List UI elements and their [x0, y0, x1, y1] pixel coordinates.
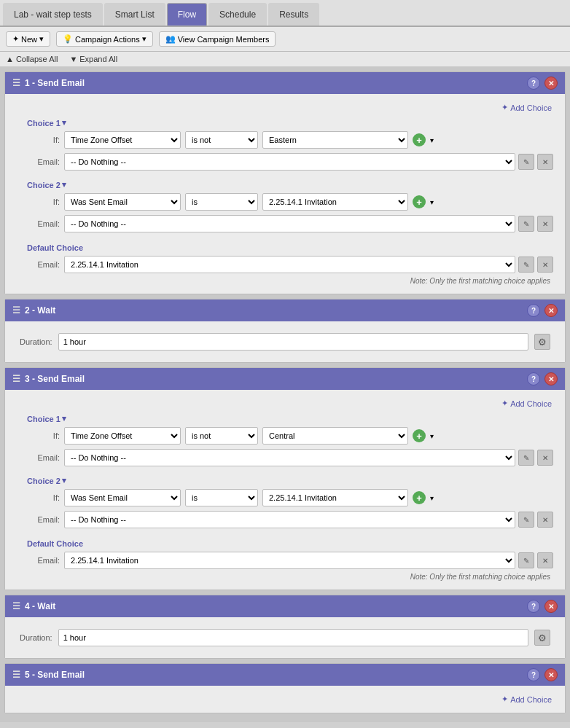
- step-3-default-choice-label: Default Choice: [12, 535, 558, 549]
- step-1-choice-2-remove-button[interactable]: ✕: [537, 216, 553, 232]
- step-1-choice-1-field-select[interactable]: Time Zone Offset: [64, 131, 181, 149]
- step-1-choice-2-value-select[interactable]: 2.25.14.1 Invitation: [262, 193, 408, 211]
- step-1-choice-2-email-label: Email:: [34, 219, 60, 228]
- step-3-choice-2-dropdown-btn[interactable]: ▾: [430, 494, 434, 502]
- view-members-button[interactable]: 👥 View Campaign Members: [159, 31, 276, 47]
- step-2-close-button[interactable]: ✕: [544, 304, 558, 317]
- step-1-default-email-select[interactable]: 2.25.14.1 Invitation: [64, 256, 515, 273]
- step-3-choice-2-remove-button[interactable]: ✕: [537, 512, 553, 528]
- step-3-choice-1-label[interactable]: Choice 1 ▾: [12, 411, 558, 425]
- step-5-add-choice-button[interactable]: ✦ Add Choice: [501, 694, 552, 704]
- step-4-duration-label: Duration:: [20, 633, 52, 642]
- step-3-block: ☰ 3 - Send Email ? ✕ ✦ Add Choice Choice…: [4, 367, 566, 590]
- step-3-choice-1-dropdown-btn[interactable]: ▾: [430, 432, 434, 440]
- step-3-default-edit-button[interactable]: ✎: [518, 552, 534, 568]
- step-4-duration-input[interactable]: [58, 629, 528, 646]
- step-2-move-icon: ☰: [12, 305, 20, 316]
- step-2-duration-input[interactable]: [58, 333, 528, 351]
- step-3-default-email-select[interactable]: 2.25.14.1 Invitation: [64, 552, 515, 569]
- collapse-bar: ▲ Collapse All ▼ Expand All: [0, 52, 570, 67]
- step-3-choice-2-value-select[interactable]: 2.25.14.1 Invitation: [262, 489, 408, 506]
- expand-all-button[interactable]: ▼ Expand All: [69, 55, 117, 63]
- step-3-choice-1-edit-button[interactable]: ✎: [518, 450, 534, 466]
- campaign-actions-button[interactable]: 💡 Campaign Actions ▾: [56, 31, 153, 47]
- step-3-choice-2-label[interactable]: Choice 2 ▾: [12, 473, 558, 487]
- step-4-gear-button[interactable]: ⚙: [534, 630, 550, 646]
- step-3-choice-1-value-select[interactable]: Central: [262, 427, 408, 445]
- step-1-choice-2-add-value-button[interactable]: +: [413, 195, 426, 208]
- step-5-close-button[interactable]: ✕: [544, 668, 558, 681]
- step-3-choice-2-operator-select[interactable]: is: [185, 489, 258, 506]
- step-3-choice-2-email-row: Email: -- Do Nothing -- ✎ ✕: [12, 509, 558, 531]
- step-3-move-icon: ☰: [12, 374, 20, 384]
- step-2-gear-button[interactable]: ⚙: [534, 334, 550, 350]
- collapse-all-button[interactable]: ▲ Collapse All: [6, 55, 58, 63]
- step-3-default-remove-button[interactable]: ✕: [537, 552, 553, 568]
- step-3-default-email-row: Email: 2.25.14.1 Invitation ✎ ✕: [12, 549, 558, 571]
- step-3-help-button[interactable]: ?: [527, 372, 540, 385]
- step-5-title: 5 - Send Email: [25, 670, 85, 680]
- step-1-choice-2-if-row: If: Was Sent Email is 2.25.14.1 Invitati…: [12, 191, 558, 213]
- step-3-choice-1-email-select[interactable]: -- Do Nothing --: [64, 449, 515, 466]
- step-3-default-email-label: Email:: [34, 556, 60, 565]
- step-1-choice-2-dropdown-btn[interactable]: ▾: [430, 198, 434, 206]
- tab-lab[interactable]: Lab - wait step tests: [3, 3, 103, 26]
- step-1-choice-1-dropdown-btn[interactable]: ▾: [430, 136, 434, 144]
- step-3-choice-1-field-select[interactable]: Time Zone Offset: [64, 427, 181, 445]
- step-1-choice-2-operator-select[interactable]: is: [185, 193, 258, 211]
- step-5-help-button[interactable]: ?: [527, 668, 540, 681]
- step-3-choice-1-operator-select[interactable]: is not: [185, 427, 258, 445]
- view-members-icon: 👥: [165, 34, 176, 44]
- step-3-choice-2-email-select[interactable]: -- Do Nothing --: [64, 511, 515, 528]
- step-1-help-button[interactable]: ?: [527, 77, 540, 90]
- step-1-title: 1 - Send Email: [25, 78, 85, 88]
- step-5-block: ☰ 5 - Send Email ? ✕ ✦ Add Choice: [4, 663, 566, 713]
- step-1-choice-1-email-row: Email: -- Do Nothing -- ✎ ✕: [12, 151, 558, 173]
- step-1-choice-2-email-select[interactable]: -- Do Nothing --: [64, 215, 515, 232]
- step-3-choice-2-add-value-button[interactable]: +: [413, 491, 426, 504]
- step-3-choice-2-if-label: If:: [34, 493, 60, 502]
- campaign-actions-dropdown-icon: ▾: [142, 34, 147, 44]
- step-3-choice-2-if-row: If: Was Sent Email is 2.25.14.1 Invitati…: [12, 487, 558, 509]
- step-1-choice-1-remove-button[interactable]: ✕: [537, 154, 553, 170]
- tab-smartlist[interactable]: Smart List: [104, 3, 165, 26]
- step-1-default-edit-button[interactable]: ✎: [518, 257, 534, 273]
- step-3-add-choice-button[interactable]: ✦ Add Choice: [501, 399, 552, 408]
- step-1-default-email-label: Email:: [34, 260, 60, 269]
- new-button[interactable]: ✦ New ▾: [6, 31, 50, 47]
- step-4-close-button[interactable]: ✕: [544, 600, 558, 613]
- tab-schedule[interactable]: Schedule: [208, 3, 267, 26]
- step-3-choice-1-if-label: If:: [34, 431, 60, 440]
- step-1-choice-1-edit-button[interactable]: ✎: [518, 154, 534, 170]
- step-1-choice-2-field-select[interactable]: Was Sent Email: [64, 193, 181, 211]
- step-1-choice-1-value-select[interactable]: Eastern: [262, 131, 408, 149]
- step-1-choice-1-label[interactable]: Choice 1 ▾: [12, 115, 558, 129]
- step-4-help-button[interactable]: ?: [527, 600, 540, 613]
- step-1-choice-2-edit-button[interactable]: ✎: [518, 216, 534, 232]
- step-1-choice-2-label[interactable]: Choice 2 ▾: [12, 177, 558, 191]
- step-1-choice-1-operator-select[interactable]: is not: [185, 131, 258, 149]
- tab-results[interactable]: Results: [268, 3, 319, 26]
- expand-icon: ▼: [69, 55, 77, 63]
- step-1-block: ☰ 1 - Send Email ? ✕ ✦ Add Choice Choice…: [4, 71, 566, 294]
- step-2-help-button[interactable]: ?: [527, 304, 540, 317]
- step-2-duration-label: Duration:: [20, 337, 52, 346]
- step-3-add-choice-row: ✦ Add Choice: [12, 396, 558, 411]
- step-3-choice-1-remove-button[interactable]: ✕: [537, 450, 553, 466]
- step-4-body: Duration: ⚙: [5, 617, 565, 658]
- step-1-choice-1-email-select[interactable]: -- Do Nothing --: [64, 153, 515, 171]
- step-1-close-button[interactable]: ✕: [544, 77, 558, 90]
- step-5-add-choice-plus-icon: ✦: [501, 694, 508, 704]
- tab-flow[interactable]: Flow: [167, 3, 207, 26]
- step-3-choice-1-add-value-button[interactable]: +: [413, 429, 426, 442]
- step-1-choice-1-add-value-button[interactable]: +: [413, 133, 426, 146]
- step-3-choice-1-if-row: If: Time Zone Offset is not Central + ▾: [12, 425, 558, 447]
- step-1-add-choice-button[interactable]: ✦ Add Choice: [501, 103, 552, 112]
- step3-choice-1-dropdown-icon: ▾: [62, 414, 66, 423]
- step3-choice-2-dropdown-icon: ▾: [62, 476, 66, 485]
- step-3-choice-2-edit-button[interactable]: ✎: [518, 512, 534, 528]
- step-1-default-remove-button[interactable]: ✕: [537, 257, 553, 273]
- step-3-close-button[interactable]: ✕: [544, 372, 558, 385]
- step-3-choice-2-field-select[interactable]: Was Sent Email: [64, 489, 181, 506]
- step-2-body: Duration: ⚙: [5, 321, 565, 362]
